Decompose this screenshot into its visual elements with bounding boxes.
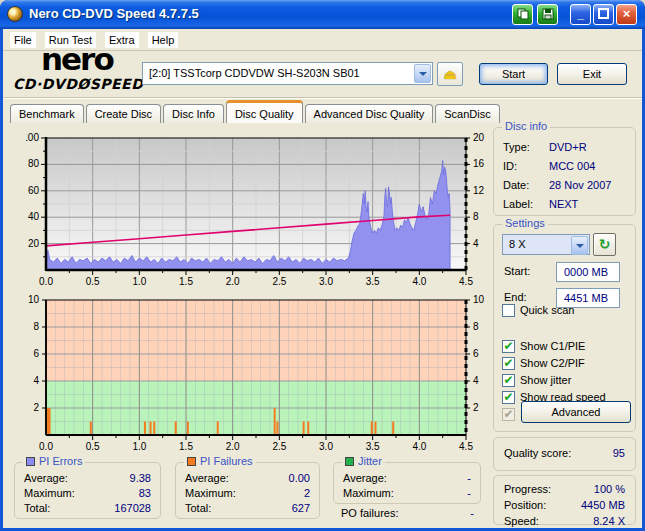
svg-text:1.5: 1.5 <box>179 276 193 287</box>
save-button[interactable] <box>537 4 558 25</box>
svg-text:12: 12 <box>473 185 485 196</box>
checkbox-label: Quick scan <box>520 304 574 316</box>
quality-score-label: Quality score: <box>504 447 571 459</box>
drive-selector[interactable]: [2:0] TSSTcorp CDDVDW SH-S203N SB01 <box>142 62 433 85</box>
stat-row: Average:- <box>334 470 480 485</box>
svg-text:10: 10 <box>28 294 40 305</box>
stat-row: Total:627 <box>176 500 319 515</box>
checkbox-box[interactable]: ✔ <box>502 374 515 387</box>
svg-text:2: 2 <box>33 402 39 413</box>
info-row: ID:MCC 004 <box>494 156 635 175</box>
stat-value: 0.00 <box>289 472 310 484</box>
maximize-button[interactable] <box>593 4 614 25</box>
menu-help[interactable]: Help <box>148 32 179 48</box>
app-icon <box>7 6 23 22</box>
svg-text:2: 2 <box>473 402 479 413</box>
svg-text:40: 40 <box>28 211 40 222</box>
close-button[interactable]: × <box>616 4 637 25</box>
jitter-legend-swatch-icon <box>345 457 354 466</box>
stat-row: Maximum:83 <box>15 485 160 500</box>
pi-errors-chart: 20406080100481216200.00.51.01.52.02.53.0… <box>26 124 488 290</box>
svg-text:0.5: 0.5 <box>86 276 100 287</box>
stat-row: Maximum:- <box>334 485 480 500</box>
tab-disc-info[interactable]: Disc Info <box>163 104 224 123</box>
start-field[interactable]: 0000 MB <box>556 262 620 282</box>
title-bar[interactable]: Nero CD-DVD Speed 4.7.7.5 _ × <box>0 0 645 29</box>
start-button[interactable]: Start <box>479 63 548 85</box>
svg-text:1.0: 1.0 <box>132 276 146 287</box>
menu-file[interactable]: File <box>10 32 36 48</box>
tab-bar: BenchmarkCreate DiscDisc InfoDisc Qualit… <box>10 100 502 123</box>
checkbox-show-c1-pie[interactable]: ✔Show C1/PIE <box>502 339 585 353</box>
jitter-title: Jitter <box>342 455 385 467</box>
svg-text:10: 10 <box>473 294 485 305</box>
stat-value: 2 <box>304 487 310 499</box>
disc-info-title: Disc info <box>502 120 550 132</box>
tab-disc-quality[interactable]: Disc Quality <box>226 100 303 123</box>
svg-text:2.5: 2.5 <box>272 441 286 452</box>
checkbox-label: Show C1/PIE <box>520 340 585 352</box>
speed-selector[interactable]: 8 X <box>502 234 590 255</box>
svg-text:100: 100 <box>26 132 39 143</box>
pi-failures-chart: 2244668810100.00.51.01.52.02.53.03.54.04… <box>26 292 488 456</box>
checkbox-quick-scan[interactable]: Quick scan <box>502 303 574 317</box>
svg-text:80: 80 <box>28 158 40 169</box>
svg-text:2.0: 2.0 <box>226 276 240 287</box>
tab-create-disc[interactable]: Create Disc <box>86 104 161 123</box>
row-label: Type: <box>503 141 549 153</box>
pi-failures-title-text: PI Failures <box>200 455 253 467</box>
save-icon <box>542 8 554 20</box>
stat-value: - <box>467 472 471 484</box>
row-label: Speed: <box>504 515 539 527</box>
pi-failures-legend-swatch-icon <box>187 457 196 466</box>
refresh-button[interactable]: ↻ <box>593 233 616 256</box>
svg-text:3.0: 3.0 <box>319 441 333 452</box>
pi-failures-panel: PI FailuresAverage:0.00Maximum:2Total:62… <box>175 462 320 519</box>
stat-label: Total: <box>24 502 50 514</box>
maximize-icon <box>598 8 609 19</box>
tab-scandisc[interactable]: ScanDisc <box>435 104 499 123</box>
copy-button[interactable] <box>512 4 533 25</box>
stat-label: Average: <box>24 472 68 484</box>
exit-button[interactable]: Exit <box>557 63 627 85</box>
po-failures-label: PO failures: <box>341 507 398 519</box>
chevron-down-icon[interactable] <box>571 236 588 255</box>
svg-text:4.5: 4.5 <box>459 441 473 452</box>
tab-benchmark[interactable]: Benchmark <box>10 104 84 123</box>
stat-label: Maximum: <box>343 487 394 499</box>
stat-label: Total: <box>185 502 211 514</box>
chevron-down-icon[interactable] <box>414 64 431 83</box>
svg-text:4.0: 4.0 <box>412 276 426 287</box>
speed-selector-value: 8 X <box>509 238 569 250</box>
rows: Average:-Maximum:- <box>334 463 480 500</box>
info-row: Position:4450 MB <box>494 497 635 513</box>
settings-panel: Settings 8 X ↻ Start: 0000 MB End: 4451 … <box>493 224 636 432</box>
checkbox-box[interactable]: ✔ <box>502 391 515 404</box>
row-label: Label: <box>503 198 549 210</box>
checkbox-box[interactable]: ✔ <box>502 408 515 421</box>
svg-text:4.0: 4.0 <box>412 441 426 452</box>
checkbox-box[interactable] <box>502 304 515 317</box>
eject-icon: ⏏ <box>438 63 462 85</box>
pi-errors-title: PI Errors <box>23 455 85 467</box>
advanced-button[interactable]: Advanced <box>521 401 631 423</box>
checkbox-show-c2-pif[interactable]: ✔Show C2/PIF <box>502 356 585 370</box>
tab-advanced-disc-quality[interactable]: Advanced Disc Quality <box>305 104 434 123</box>
stat-label: Maximum: <box>185 487 236 499</box>
row-value: NEXT <box>549 198 578 210</box>
minimize-button[interactable]: _ <box>570 4 591 25</box>
eject-button[interactable]: ⏏ <box>437 62 463 86</box>
svg-text:0.0: 0.0 <box>39 441 53 452</box>
checkbox-box[interactable]: ✔ <box>502 340 515 353</box>
stat-value: 83 <box>139 487 151 499</box>
svg-text:20: 20 <box>473 132 485 143</box>
info-row: Progress:100 % <box>494 481 635 497</box>
svg-text:8: 8 <box>473 321 479 332</box>
svg-text:0.0: 0.0 <box>39 276 53 287</box>
stat-row: Average:0.00 <box>176 470 319 485</box>
checkbox-label: Show jitter <box>520 374 571 386</box>
svg-text:3.0: 3.0 <box>319 276 333 287</box>
checkbox-box[interactable]: ✔ <box>502 357 515 370</box>
row-value: 28 Nov 2007 <box>549 179 611 191</box>
checkbox-show-jitter[interactable]: ✔Show jitter <box>502 373 571 387</box>
